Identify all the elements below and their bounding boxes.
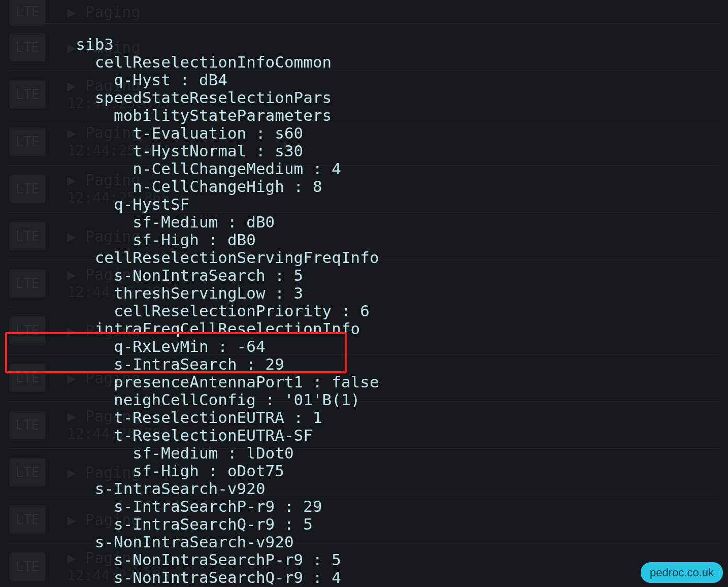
watermark-badge: pedroc.co.uk xyxy=(641,562,723,583)
decoded-message-overlay: sib3 cellReselectionInfoCommon q-Hyst : … xyxy=(0,0,728,587)
asn1-tree: sib3 cellReselectionInfoCommon q-Hyst : … xyxy=(0,36,728,587)
